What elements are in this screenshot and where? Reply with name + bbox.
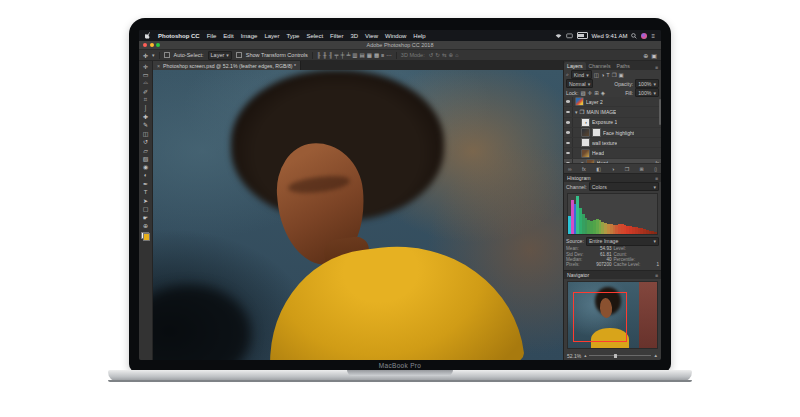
background-color-swatch[interactable] bbox=[143, 233, 151, 241]
layer-thumbnail[interactable] bbox=[581, 128, 590, 137]
healing-brush-tool[interactable]: ✚ bbox=[139, 112, 152, 120]
menu-item-layer[interactable]: Layer bbox=[264, 33, 279, 39]
battery-icon[interactable] bbox=[577, 32, 588, 39]
brush-tool[interactable]: ✎ bbox=[139, 121, 152, 129]
layer-badge-icon[interactable]: fx bbox=[655, 161, 661, 163]
layer-row[interactable]: wall texture bbox=[564, 138, 661, 148]
visibility-toggle[interactable] bbox=[564, 97, 573, 106]
3d-mode-icon[interactable]: ⊕ bbox=[449, 52, 454, 58]
new-layer-icon[interactable]: ⊞ bbox=[640, 166, 644, 172]
align-icon[interactable]: ╫ bbox=[323, 52, 327, 58]
align-icon[interactable]: ⋯ bbox=[386, 52, 392, 58]
zoom-in-icon[interactable]: ▲ bbox=[654, 353, 658, 358]
shape-tool[interactable]: ▢ bbox=[139, 205, 152, 213]
layer-mask-icon[interactable]: ◧ bbox=[596, 166, 601, 172]
visibility-toggle[interactable] bbox=[564, 148, 573, 157]
menu-item-filter[interactable]: Filter bbox=[330, 33, 343, 39]
zoom-out-icon[interactable]: ▴ bbox=[584, 353, 586, 358]
crop-tool[interactable]: ⌗ bbox=[139, 96, 152, 104]
color-swatches[interactable] bbox=[141, 232, 150, 241]
dodge-tool[interactable]: ◐ bbox=[139, 171, 152, 179]
align-icon[interactable]: ≡ bbox=[381, 52, 384, 58]
visibility-toggle[interactable] bbox=[564, 118, 573, 127]
lock-icon[interactable]: ▨ bbox=[580, 90, 585, 96]
navigator-zoom-value[interactable]: 52.1% bbox=[567, 353, 581, 359]
clone-stamp-tool[interactable]: ◫ bbox=[139, 129, 152, 137]
close-tab-icon[interactable]: × bbox=[157, 63, 160, 69]
3d-mode-icon[interactable]: ⌂ bbox=[455, 52, 458, 58]
visibility-toggle[interactable] bbox=[564, 128, 573, 137]
filter-type-icon[interactable]: ◫ bbox=[594, 72, 599, 78]
3d-mode-icon[interactable]: ↺ bbox=[429, 52, 434, 58]
layer-row[interactable]: ◑Exposure 1 bbox=[564, 118, 661, 128]
menu-item-file[interactable]: File bbox=[207, 33, 217, 39]
layer-row[interactable]: Face highlight bbox=[564, 128, 661, 138]
menu-item-select[interactable]: Select bbox=[306, 33, 323, 39]
show-transform-controls-checkbox[interactable] bbox=[236, 52, 242, 58]
layer-row[interactable]: Head bbox=[564, 148, 661, 158]
filter-type-icon[interactable]: T bbox=[606, 72, 609, 78]
filter-type-icon[interactable]: ▣ bbox=[619, 72, 624, 78]
lasso-tool[interactable]: ⌓ bbox=[139, 79, 152, 87]
layer-group-icon[interactable]: ❐ bbox=[625, 166, 629, 172]
display-icon[interactable] bbox=[566, 33, 573, 39]
layer-mask-thumbnail[interactable] bbox=[581, 138, 590, 147]
align-icon[interactable]: ▩ bbox=[374, 52, 379, 58]
align-icon[interactable]: ▤ bbox=[360, 52, 365, 58]
align-icon[interactable]: ╢ bbox=[329, 52, 333, 58]
visibility-toggle[interactable] bbox=[564, 107, 573, 116]
menu-item-help[interactable]: Help bbox=[413, 33, 425, 39]
lock-icon[interactable]: ✛ bbox=[588, 90, 593, 96]
menu-item-3d[interactable]: 3D bbox=[350, 33, 358, 39]
navigator-thumbnail[interactable] bbox=[567, 281, 658, 349]
blend-mode-dropdown[interactable]: Normal ▾ bbox=[566, 79, 593, 88]
menu-item-edit[interactable]: Edit bbox=[223, 33, 233, 39]
filter-type-icon[interactable]: ❐ bbox=[612, 72, 617, 78]
tab-layers[interactable]: Layers bbox=[564, 62, 586, 70]
menu-item-type[interactable]: Type bbox=[286, 33, 299, 39]
layer-row[interactable]: Layer 2 bbox=[564, 97, 661, 107]
layer-row[interactable]: ▾Headfx bbox=[564, 159, 661, 163]
options-bar-icon[interactable]: ⊕ bbox=[643, 52, 648, 59]
navigator-zoom-slider[interactable] bbox=[589, 355, 650, 356]
panel-menu-icon[interactable]: ≡ bbox=[655, 175, 658, 181]
close-window-button[interactable] bbox=[143, 43, 147, 47]
tab-paths[interactable]: Paths bbox=[614, 62, 633, 70]
layer-mask-thumbnail[interactable] bbox=[592, 128, 601, 137]
eyedropper-tool[interactable]: ⌡ bbox=[139, 104, 152, 112]
lock-icon[interactable]: ◈ bbox=[601, 90, 605, 96]
apple-logo-icon[interactable] bbox=[145, 32, 152, 40]
menu-item-window[interactable]: Window bbox=[385, 33, 406, 39]
align-icon[interactable]: ▦ bbox=[367, 52, 372, 58]
tool-preset-caret-icon[interactable]: ▾ bbox=[152, 52, 155, 58]
tab-channels[interactable]: Channels bbox=[586, 62, 614, 70]
expander-icon[interactable]: ▾ bbox=[581, 160, 584, 163]
align-icon[interactable]: ╟ bbox=[317, 52, 321, 58]
layer-row[interactable]: ▾❐MAIN IMAGE bbox=[564, 107, 661, 117]
type-tool[interactable]: T bbox=[139, 188, 152, 196]
options-bar-icon[interactable]: ▣ bbox=[651, 52, 657, 59]
delete-layer-icon[interactable]: ▯ bbox=[654, 166, 657, 172]
layer-effects-icon[interactable]: fx bbox=[582, 166, 586, 172]
3d-mode-icon[interactable]: ⇆ bbox=[442, 52, 447, 58]
menu-item-photoshop-cc[interactable]: Photoshop CC bbox=[158, 33, 200, 39]
siri-icon[interactable] bbox=[641, 33, 647, 39]
channel-dropdown[interactable]: Colors ▾ bbox=[589, 182, 659, 191]
panel-menu-icon[interactable]: ≡ bbox=[655, 272, 658, 278]
filter-type-icon[interactable]: ◑ bbox=[601, 72, 604, 78]
quick-selection-tool[interactable]: ✐ bbox=[139, 87, 152, 95]
align-icon[interactable]: ╧ bbox=[346, 52, 350, 58]
fill-dropdown[interactable]: 100% ▾ bbox=[635, 88, 659, 97]
smart-object-thumbnail[interactable] bbox=[586, 159, 595, 163]
menu-clock[interactable]: Wed 9:41 AM bbox=[592, 33, 628, 39]
menu-item-view[interactable]: View bbox=[365, 33, 378, 39]
adjustment-icon[interactable]: ◑ bbox=[581, 118, 590, 127]
visibility-toggle[interactable] bbox=[564, 159, 573, 163]
current-tool-icon[interactable]: ✛ bbox=[143, 52, 148, 59]
align-icon[interactable]: ╤ bbox=[335, 52, 339, 58]
canvas-image[interactable] bbox=[153, 70, 563, 360]
link-layers-icon[interactable]: ∞ bbox=[568, 166, 572, 172]
blur-tool[interactable]: ◉ bbox=[139, 163, 152, 171]
filter-kind-dropdown[interactable]: Kind ▾ bbox=[571, 70, 592, 79]
opacity-dropdown[interactable]: 100% ▾ bbox=[635, 79, 659, 88]
